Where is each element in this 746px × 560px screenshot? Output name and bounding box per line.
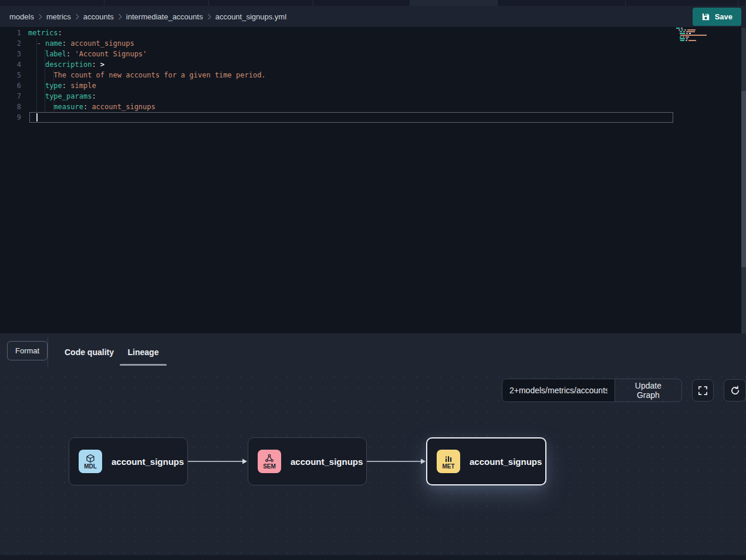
refresh-button[interactable] — [724, 379, 746, 402]
file-tab[interactable] — [738, 0, 746, 6]
metric-badge: MET — [437, 450, 460, 473]
update-graph-button[interactable]: Update Graph — [615, 379, 681, 402]
fullscreen-button[interactable] — [692, 379, 714, 402]
ide-window: models metrics accounts intermediate_acc… — [0, 0, 746, 560]
semantic-graph-icon — [265, 454, 274, 463]
model-badge: MDL — [79, 450, 102, 473]
line-number: 3 — [0, 49, 21, 59]
save-button[interactable]: Save — [693, 8, 741, 26]
breadcrumb-bar: models metrics accounts intermediate_acc… — [0, 6, 746, 28]
lineage-node-model[interactable]: MDL account_signups — [69, 437, 188, 485]
fullscreen-icon — [698, 386, 708, 396]
code-line[interactable]: 2 - name: account_signups — [0, 38, 746, 49]
line-number: 6 — [0, 80, 21, 91]
breadcrumb: models metrics accounts intermediate_acc… — [9, 12, 286, 21]
code-line[interactable]: 1metrics: — [0, 28, 746, 38]
code-line[interactable]: 6 type: simple — [0, 80, 746, 91]
code-editor[interactable]: 1metrics:2 - name: account_signups3 labe… — [0, 28, 746, 333]
file-tab[interactable] — [104, 0, 209, 6]
lineage-node-metric[interactable]: MET account_signups — [426, 437, 546, 485]
panel-divider — [48, 338, 48, 367]
line-number: 8 — [0, 102, 21, 112]
file-tab[interactable] — [626, 0, 738, 6]
line-number: 5 — [0, 70, 21, 80]
lineage-selector-group: Update Graph — [502, 379, 682, 402]
editor-active-line — [29, 112, 673, 123]
save-button-label: Save — [715, 12, 733, 21]
line-number: 2 — [0, 38, 21, 49]
file-tab[interactable] — [313, 0, 410, 6]
line-number: 4 — [0, 59, 21, 70]
breadcrumb-item-accounts[interactable]: accounts — [83, 12, 114, 21]
format-button[interactable]: Format — [7, 341, 48, 360]
editor-lines: 1metrics:2 - name: account_signups3 labe… — [0, 28, 746, 123]
line-number: 9 — [0, 112, 21, 123]
code-line[interactable]: 7 type_params: — [0, 91, 746, 102]
chevron-right-icon — [38, 14, 42, 20]
breadcrumb-item-file: account_signups.yml — [215, 12, 286, 21]
code-line[interactable]: 8 measure: account_signups — [0, 102, 746, 112]
refresh-icon — [730, 386, 740, 396]
file-tab-active[interactable] — [410, 0, 498, 6]
code-line[interactable]: 3 label: 'Account Signups' — [0, 49, 746, 59]
breadcrumb-item-metrics[interactable]: metrics — [46, 12, 71, 21]
breadcrumb-item-intermediate-accounts[interactable]: intermediate_accounts — [126, 12, 203, 21]
tab-code-quality[interactable]: Code quality — [59, 333, 120, 371]
semantic-badge-label: SEM — [263, 464, 276, 470]
model-cube-icon — [86, 454, 95, 463]
metric-node-label: account_signups — [470, 457, 542, 467]
line-number: 1 — [0, 28, 21, 38]
line-number: 7 — [0, 91, 21, 102]
model-node-label: account_signups — [112, 457, 184, 467]
lineage-node-semantic-model[interactable]: SEM account_signups — [248, 437, 367, 485]
lineage-controls: Update Graph — [502, 379, 746, 402]
indent-guide — [53, 70, 54, 112]
file-tab[interactable] — [498, 0, 626, 6]
indent-guide — [45, 49, 45, 112]
breadcrumb-item-models[interactable]: models — [9, 12, 34, 21]
bottom-panel-header: Format Code quality Lineage — [0, 333, 746, 371]
metric-badge-label: MET — [442, 464, 454, 470]
chevron-right-icon — [75, 14, 79, 20]
lineage-selector-input[interactable] — [502, 379, 615, 402]
canvas-footer-strip — [0, 555, 746, 560]
indent-guide — [36, 38, 37, 112]
file-tab[interactable] — [209, 0, 313, 6]
editor-minimap[interactable] — [676, 28, 723, 43]
metric-chart-icon — [444, 454, 453, 463]
semantic-node-label: account_signups — [291, 457, 363, 467]
tab-lineage-active-underline — [120, 364, 167, 366]
editor-scrollbar[interactable] — [741, 28, 746, 333]
code-line[interactable]: 4 description: > — [0, 59, 746, 70]
file-tab[interactable] — [0, 0, 104, 6]
model-badge-label: MDL — [84, 464, 97, 470]
lineage-canvas[interactable]: Update Graph — [0, 371, 746, 560]
chevron-right-icon — [118, 14, 122, 20]
editor-tab-strip — [0, 0, 746, 6]
editor-scrollbar-thumb[interactable] — [741, 91, 746, 267]
semantic-badge: SEM — [258, 450, 281, 473]
code-line[interactable]: 5 The count of new accounts for a given … — [0, 70, 746, 80]
save-floppy-icon — [701, 12, 710, 21]
editor-cursor — [36, 113, 38, 122]
chevron-right-icon — [207, 14, 211, 20]
